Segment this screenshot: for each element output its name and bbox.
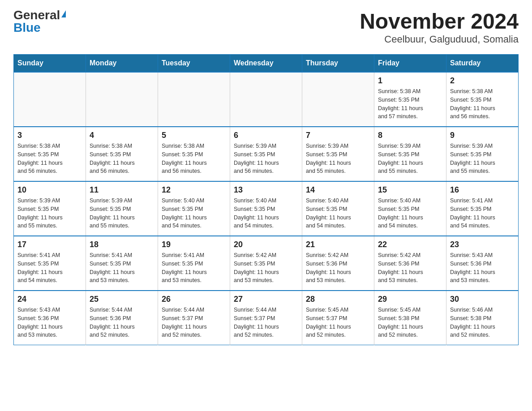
calendar-cell: 28Sunrise: 5:45 AM Sunset: 5:37 PM Dayli…	[302, 291, 374, 345]
calendar-cell: 17Sunrise: 5:41 AM Sunset: 5:35 PM Dayli…	[14, 236, 86, 291]
day-info: Sunrise: 5:40 AM Sunset: 5:35 PM Dayligh…	[234, 197, 298, 230]
calendar-cell: 23Sunrise: 5:43 AM Sunset: 5:36 PM Dayli…	[446, 236, 519, 291]
calendar-cell: 27Sunrise: 5:44 AM Sunset: 5:37 PM Dayli…	[230, 291, 302, 345]
day-info: Sunrise: 5:39 AM Sunset: 5:35 PM Dayligh…	[378, 142, 442, 176]
day-info: Sunrise: 5:41 AM Sunset: 5:35 PM Dayligh…	[162, 251, 226, 285]
day-number: 16	[450, 185, 515, 195]
title-block: November 2024 Ceelbuur, Galguduud, Somal…	[360, 9, 519, 45]
day-info: Sunrise: 5:42 AM Sunset: 5:36 PM Dayligh…	[378, 251, 442, 285]
day-number: 30	[450, 295, 515, 304]
day-info: Sunrise: 5:39 AM Sunset: 5:35 PM Dayligh…	[306, 142, 370, 176]
day-number: 27	[234, 295, 298, 304]
calendar-cell: 16Sunrise: 5:41 AM Sunset: 5:35 PM Dayli…	[446, 181, 519, 236]
calendar-cell: 20Sunrise: 5:42 AM Sunset: 5:35 PM Dayli…	[230, 236, 302, 291]
day-number: 20	[234, 240, 298, 249]
day-number: 15	[378, 185, 442, 195]
calendar-cell: 7Sunrise: 5:39 AM Sunset: 5:35 PM Daylig…	[302, 127, 374, 181]
day-info: Sunrise: 5:45 AM Sunset: 5:37 PM Dayligh…	[306, 306, 370, 339]
day-info: Sunrise: 5:41 AM Sunset: 5:35 PM Dayligh…	[90, 251, 154, 285]
calendar-cell: 22Sunrise: 5:42 AM Sunset: 5:36 PM Dayli…	[374, 236, 446, 291]
day-number: 28	[306, 295, 370, 304]
day-number: 1	[378, 76, 442, 86]
calendar-cell: 30Sunrise: 5:46 AM Sunset: 5:38 PM Dayli…	[446, 291, 519, 345]
header-day-thursday: Thursday	[302, 55, 374, 73]
header-day-monday: Monday	[86, 55, 158, 73]
calendar-cell: 6Sunrise: 5:39 AM Sunset: 5:35 PM Daylig…	[230, 127, 302, 181]
day-number: 24	[17, 295, 82, 304]
header-row: SundayMondayTuesdayWednesdayThursdayFrid…	[14, 55, 519, 73]
calendar-cell: 13Sunrise: 5:40 AM Sunset: 5:35 PM Dayli…	[230, 181, 302, 236]
day-info: Sunrise: 5:41 AM Sunset: 5:35 PM Dayligh…	[450, 197, 515, 230]
day-number: 2	[450, 76, 515, 86]
day-info: Sunrise: 5:43 AM Sunset: 5:36 PM Dayligh…	[17, 306, 82, 339]
day-number: 14	[306, 185, 370, 195]
day-info: Sunrise: 5:45 AM Sunset: 5:38 PM Dayligh…	[378, 306, 442, 339]
day-info: Sunrise: 5:44 AM Sunset: 5:36 PM Dayligh…	[90, 306, 154, 339]
day-number: 25	[90, 295, 154, 304]
calendar-cell: 26Sunrise: 5:44 AM Sunset: 5:37 PM Dayli…	[158, 291, 230, 345]
day-number: 21	[306, 240, 370, 249]
calendar-cell: 24Sunrise: 5:43 AM Sunset: 5:36 PM Dayli…	[14, 291, 86, 345]
day-info: Sunrise: 5:44 AM Sunset: 5:37 PM Dayligh…	[162, 306, 226, 339]
calendar-cell	[158, 72, 230, 127]
day-number: 12	[162, 185, 226, 195]
day-number: 4	[90, 131, 154, 140]
header-day-friday: Friday	[374, 55, 446, 73]
calendar-cell	[86, 72, 158, 127]
calendar-cell: 11Sunrise: 5:39 AM Sunset: 5:35 PM Dayli…	[86, 181, 158, 236]
day-info: Sunrise: 5:39 AM Sunset: 5:35 PM Dayligh…	[90, 197, 154, 230]
day-info: Sunrise: 5:38 AM Sunset: 5:35 PM Dayligh…	[450, 87, 515, 121]
calendar-body: 1Sunrise: 5:38 AM Sunset: 5:35 PM Daylig…	[14, 72, 519, 345]
day-number: 19	[162, 240, 226, 249]
calendar-cell: 2Sunrise: 5:38 AM Sunset: 5:35 PM Daylig…	[446, 72, 519, 127]
page-title: November 2024	[360, 9, 519, 34]
calendar-cell: 25Sunrise: 5:44 AM Sunset: 5:36 PM Dayli…	[86, 291, 158, 345]
calendar-cell: 29Sunrise: 5:45 AM Sunset: 5:38 PM Dayli…	[374, 291, 446, 345]
day-info: Sunrise: 5:44 AM Sunset: 5:37 PM Dayligh…	[234, 306, 298, 339]
day-number: 10	[17, 185, 82, 195]
day-number: 17	[17, 240, 82, 249]
day-info: Sunrise: 5:39 AM Sunset: 5:35 PM Dayligh…	[234, 142, 298, 176]
day-info: Sunrise: 5:42 AM Sunset: 5:35 PM Dayligh…	[234, 251, 298, 285]
header-day-wednesday: Wednesday	[230, 55, 302, 73]
day-info: Sunrise: 5:38 AM Sunset: 5:35 PM Dayligh…	[17, 142, 82, 176]
day-info: Sunrise: 5:43 AM Sunset: 5:36 PM Dayligh…	[450, 251, 515, 285]
calendar-cell: 19Sunrise: 5:41 AM Sunset: 5:35 PM Dayli…	[158, 236, 230, 291]
day-info: Sunrise: 5:39 AM Sunset: 5:35 PM Dayligh…	[450, 142, 515, 176]
day-info: Sunrise: 5:40 AM Sunset: 5:35 PM Dayligh…	[378, 197, 442, 230]
logo: General Blue	[13, 9, 66, 34]
day-info: Sunrise: 5:39 AM Sunset: 5:35 PM Dayligh…	[17, 197, 82, 230]
day-number: 5	[162, 131, 226, 140]
calendar-cell: 3Sunrise: 5:38 AM Sunset: 5:35 PM Daylig…	[14, 127, 86, 181]
day-info: Sunrise: 5:46 AM Sunset: 5:38 PM Dayligh…	[450, 306, 515, 339]
calendar-week-2: 3Sunrise: 5:38 AM Sunset: 5:35 PM Daylig…	[14, 127, 519, 181]
day-info: Sunrise: 5:40 AM Sunset: 5:35 PM Dayligh…	[306, 197, 370, 230]
header-day-sunday: Sunday	[14, 55, 86, 73]
calendar-cell: 15Sunrise: 5:40 AM Sunset: 5:35 PM Dayli…	[374, 181, 446, 236]
day-number: 7	[306, 131, 370, 140]
calendar-cell: 4Sunrise: 5:38 AM Sunset: 5:35 PM Daylig…	[86, 127, 158, 181]
day-info: Sunrise: 5:42 AM Sunset: 5:36 PM Dayligh…	[306, 251, 370, 285]
day-info: Sunrise: 5:40 AM Sunset: 5:35 PM Dayligh…	[162, 197, 226, 230]
day-number: 11	[90, 185, 154, 195]
logo-triangle-icon	[61, 10, 66, 17]
calendar-cell: 1Sunrise: 5:38 AM Sunset: 5:35 PM Daylig…	[374, 72, 446, 127]
page-header: General Blue November 2024 Ceelbuur, Gal…	[13, 9, 519, 45]
day-info: Sunrise: 5:38 AM Sunset: 5:35 PM Dayligh…	[162, 142, 226, 176]
day-number: 8	[378, 131, 442, 140]
page-subtitle: Ceelbuur, Galguduud, Somalia	[360, 34, 519, 45]
calendar-cell: 18Sunrise: 5:41 AM Sunset: 5:35 PM Dayli…	[86, 236, 158, 291]
day-number: 13	[234, 185, 298, 195]
calendar-week-3: 10Sunrise: 5:39 AM Sunset: 5:35 PM Dayli…	[14, 181, 519, 236]
calendar-header: SundayMondayTuesdayWednesdayThursdayFrid…	[14, 55, 519, 73]
header-day-saturday: Saturday	[446, 55, 519, 73]
calendar-cell	[302, 72, 374, 127]
calendar-cell	[230, 72, 302, 127]
calendar-cell: 5Sunrise: 5:38 AM Sunset: 5:35 PM Daylig…	[158, 127, 230, 181]
day-number: 6	[234, 131, 298, 140]
logo-blue-text: Blue	[13, 21, 41, 34]
calendar-cell: 14Sunrise: 5:40 AM Sunset: 5:35 PM Dayli…	[302, 181, 374, 236]
calendar-cell: 10Sunrise: 5:39 AM Sunset: 5:35 PM Dayli…	[14, 181, 86, 236]
calendar-cell: 12Sunrise: 5:40 AM Sunset: 5:35 PM Dayli…	[158, 181, 230, 236]
day-number: 23	[450, 240, 515, 249]
